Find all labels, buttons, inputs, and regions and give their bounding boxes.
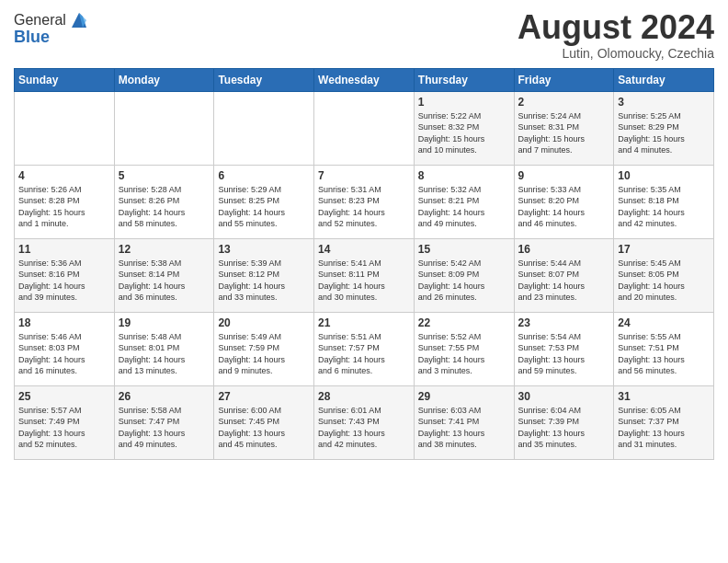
calendar-week-5: 25Sunrise: 5:57 AM Sunset: 7:49 PM Dayli…: [15, 385, 714, 459]
calendar-cell: 5Sunrise: 5:28 AM Sunset: 8:26 PM Daylig…: [114, 165, 214, 238]
calendar-cell: 11Sunrise: 5:36 AM Sunset: 8:16 PM Dayli…: [15, 238, 115, 312]
calendar-cell: 12Sunrise: 5:38 AM Sunset: 8:14 PM Dayli…: [114, 238, 214, 312]
location-subtitle: Lutin, Olomoucky, Czechia: [518, 46, 714, 61]
calendar-cell: 29Sunrise: 6:03 AM Sunset: 7:41 PM Dayli…: [414, 385, 514, 459]
day-info: Sunrise: 6:00 AM Sunset: 7:45 PM Dayligh…: [218, 405, 310, 451]
calendar-cell: 27Sunrise: 6:00 AM Sunset: 7:45 PM Dayli…: [214, 385, 314, 459]
calendar-cell: 25Sunrise: 5:57 AM Sunset: 7:49 PM Dayli…: [15, 385, 115, 459]
calendar-cell: 15Sunrise: 5:42 AM Sunset: 8:09 PM Dayli…: [414, 238, 514, 312]
day-number: 7: [318, 169, 410, 182]
day-number: 3: [618, 96, 710, 109]
weekday-header-monday: Monday: [114, 68, 214, 91]
day-info: Sunrise: 6:05 AM Sunset: 7:37 PM Dayligh…: [618, 405, 710, 451]
calendar-cell: [15, 91, 115, 165]
calendar-cell: 3Sunrise: 5:25 AM Sunset: 8:29 PM Daylig…: [614, 91, 714, 165]
calendar-cell: 14Sunrise: 5:41 AM Sunset: 8:11 PM Dayli…: [314, 238, 415, 312]
day-info: Sunrise: 5:57 AM Sunset: 7:49 PM Dayligh…: [18, 405, 110, 451]
calendar-cell: [114, 91, 214, 165]
day-info: Sunrise: 5:49 AM Sunset: 7:59 PM Dayligh…: [218, 331, 310, 377]
day-number: 10: [618, 169, 710, 182]
calendar-cell: 16Sunrise: 5:44 AM Sunset: 8:07 PM Dayli…: [514, 238, 614, 312]
day-number: 9: [518, 169, 610, 182]
day-info: Sunrise: 5:22 AM Sunset: 8:32 PM Dayligh…: [418, 110, 510, 156]
calendar-cell: 20Sunrise: 5:49 AM Sunset: 7:59 PM Dayli…: [214, 312, 314, 385]
day-info: Sunrise: 5:41 AM Sunset: 8:11 PM Dayligh…: [318, 258, 410, 304]
day-info: Sunrise: 5:58 AM Sunset: 7:47 PM Dayligh…: [119, 405, 210, 451]
day-number: 1: [418, 96, 510, 109]
calendar-cell: 4Sunrise: 5:26 AM Sunset: 8:28 PM Daylig…: [15, 165, 115, 238]
calendar-week-2: 4Sunrise: 5:26 AM Sunset: 8:28 PM Daylig…: [15, 165, 714, 238]
calendar-cell: 24Sunrise: 5:55 AM Sunset: 7:51 PM Dayli…: [614, 312, 714, 385]
calendar-cell: 13Sunrise: 5:39 AM Sunset: 8:12 PM Dayli…: [214, 238, 314, 312]
day-number: 30: [518, 390, 610, 403]
calendar-cell: [214, 91, 314, 165]
day-info: Sunrise: 5:42 AM Sunset: 8:09 PM Dayligh…: [418, 258, 510, 304]
day-info: Sunrise: 5:48 AM Sunset: 8:01 PM Dayligh…: [119, 331, 210, 377]
weekday-header-tuesday: Tuesday: [214, 68, 314, 91]
day-number: 24: [618, 316, 710, 329]
day-info: Sunrise: 5:54 AM Sunset: 7:53 PM Dayligh…: [518, 331, 610, 377]
day-number: 25: [18, 390, 110, 403]
day-number: 14: [318, 243, 410, 256]
day-number: 11: [18, 243, 110, 256]
day-number: 28: [318, 390, 410, 403]
calendar-week-1: 1Sunrise: 5:22 AM Sunset: 8:32 PM Daylig…: [15, 91, 714, 165]
calendar-cell: [314, 91, 415, 165]
logo-icon: [68, 9, 90, 31]
day-info: Sunrise: 5:24 AM Sunset: 8:31 PM Dayligh…: [518, 110, 610, 156]
day-number: 8: [418, 169, 510, 182]
day-info: Sunrise: 5:28 AM Sunset: 8:26 PM Dayligh…: [119, 184, 210, 230]
day-info: Sunrise: 5:29 AM Sunset: 8:25 PM Dayligh…: [218, 184, 310, 230]
day-number: 16: [518, 243, 610, 256]
calendar-cell: 7Sunrise: 5:31 AM Sunset: 8:23 PM Daylig…: [314, 165, 415, 238]
calendar-cell: 9Sunrise: 5:33 AM Sunset: 8:20 PM Daylig…: [514, 165, 614, 238]
calendar-cell: 19Sunrise: 5:48 AM Sunset: 8:01 PM Dayli…: [114, 312, 214, 385]
day-number: 31: [618, 390, 710, 403]
day-info: Sunrise: 5:25 AM Sunset: 8:29 PM Dayligh…: [618, 110, 710, 156]
day-number: 15: [418, 243, 510, 256]
calendar-cell: 30Sunrise: 6:04 AM Sunset: 7:39 PM Dayli…: [514, 385, 614, 459]
day-number: 23: [518, 316, 610, 329]
calendar-cell: 28Sunrise: 6:01 AM Sunset: 7:43 PM Dayli…: [314, 385, 415, 459]
day-info: Sunrise: 5:39 AM Sunset: 8:12 PM Dayligh…: [218, 258, 310, 304]
day-info: Sunrise: 5:52 AM Sunset: 7:55 PM Dayligh…: [418, 331, 510, 377]
calendar-cell: 8Sunrise: 5:32 AM Sunset: 8:21 PM Daylig…: [414, 165, 514, 238]
day-info: Sunrise: 5:32 AM Sunset: 8:21 PM Dayligh…: [418, 184, 510, 230]
weekday-header-wednesday: Wednesday: [314, 68, 415, 91]
page-header: General Blue August 2024 Lutin, Olomouck…: [14, 9, 714, 61]
day-info: Sunrise: 5:46 AM Sunset: 8:03 PM Dayligh…: [18, 331, 110, 377]
calendar-cell: 17Sunrise: 5:45 AM Sunset: 8:05 PM Dayli…: [614, 238, 714, 312]
calendar-cell: 23Sunrise: 5:54 AM Sunset: 7:53 PM Dayli…: [514, 312, 614, 385]
day-number: 13: [218, 243, 310, 256]
calendar-cell: 1Sunrise: 5:22 AM Sunset: 8:32 PM Daylig…: [414, 91, 514, 165]
title-block: August 2024 Lutin, Olomoucky, Czechia: [518, 9, 714, 61]
calendar-cell: 2Sunrise: 5:24 AM Sunset: 8:31 PM Daylig…: [514, 91, 614, 165]
calendar-week-4: 18Sunrise: 5:46 AM Sunset: 8:03 PM Dayli…: [15, 312, 714, 385]
calendar-table: SundayMondayTuesdayWednesdayThursdayFrid…: [14, 68, 714, 460]
day-info: Sunrise: 5:31 AM Sunset: 8:23 PM Dayligh…: [318, 184, 410, 230]
day-info: Sunrise: 6:03 AM Sunset: 7:41 PM Dayligh…: [418, 405, 510, 451]
day-info: Sunrise: 5:35 AM Sunset: 8:18 PM Dayligh…: [618, 184, 710, 230]
day-number: 19: [119, 316, 210, 329]
page-container: General Blue August 2024 Lutin, Olomouck…: [0, 0, 728, 469]
day-info: Sunrise: 5:26 AM Sunset: 8:28 PM Dayligh…: [18, 184, 110, 230]
day-number: 17: [618, 243, 710, 256]
day-number: 22: [418, 316, 510, 329]
day-number: 18: [18, 316, 110, 329]
day-number: 26: [119, 390, 210, 403]
day-info: Sunrise: 5:55 AM Sunset: 7:51 PM Dayligh…: [618, 331, 710, 377]
weekday-header-row: SundayMondayTuesdayWednesdayThursdayFrid…: [15, 68, 714, 91]
weekday-header-saturday: Saturday: [614, 68, 714, 91]
calendar-cell: 26Sunrise: 5:58 AM Sunset: 7:47 PM Dayli…: [114, 385, 214, 459]
calendar-cell: 6Sunrise: 5:29 AM Sunset: 8:25 PM Daylig…: [214, 165, 314, 238]
day-number: 21: [318, 316, 410, 329]
day-info: Sunrise: 6:04 AM Sunset: 7:39 PM Dayligh…: [518, 405, 610, 451]
weekday-header-sunday: Sunday: [15, 68, 115, 91]
day-number: 5: [119, 169, 210, 182]
calendar-cell: 10Sunrise: 5:35 AM Sunset: 8:18 PM Dayli…: [614, 165, 714, 238]
weekday-header-thursday: Thursday: [414, 68, 514, 91]
day-number: 27: [218, 390, 310, 403]
day-info: Sunrise: 5:38 AM Sunset: 8:14 PM Dayligh…: [119, 258, 210, 304]
calendar-week-3: 11Sunrise: 5:36 AM Sunset: 8:16 PM Dayli…: [15, 238, 714, 312]
day-number: 12: [119, 243, 210, 256]
